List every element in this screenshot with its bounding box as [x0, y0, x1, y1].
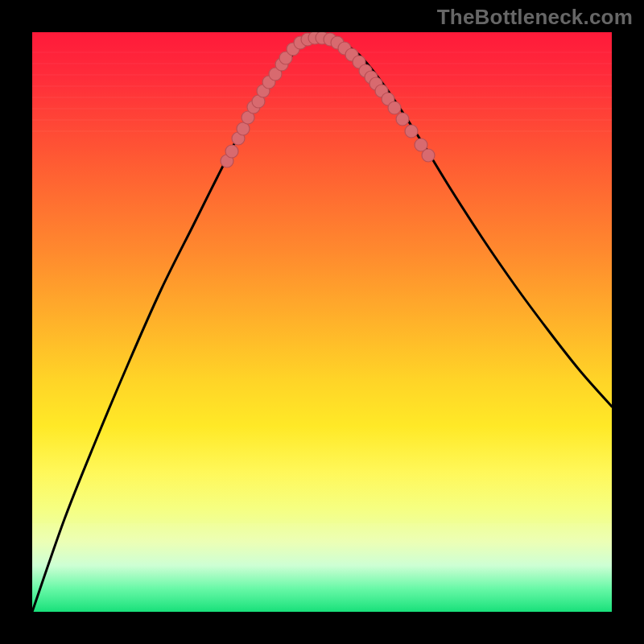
- data-dot: [396, 113, 409, 126]
- plot-area: [32, 32, 612, 612]
- data-dot: [405, 125, 418, 138]
- bottleneck-curve: [32, 38, 612, 612]
- curve-svg: [32, 32, 612, 612]
- data-dots: [221, 32, 435, 167]
- data-dot: [225, 145, 238, 158]
- data-dot: [388, 101, 401, 114]
- chart-stage: TheBottleneck.com: [0, 0, 644, 644]
- data-dot: [422, 149, 435, 162]
- attribution-text: TheBottleneck.com: [437, 5, 633, 30]
